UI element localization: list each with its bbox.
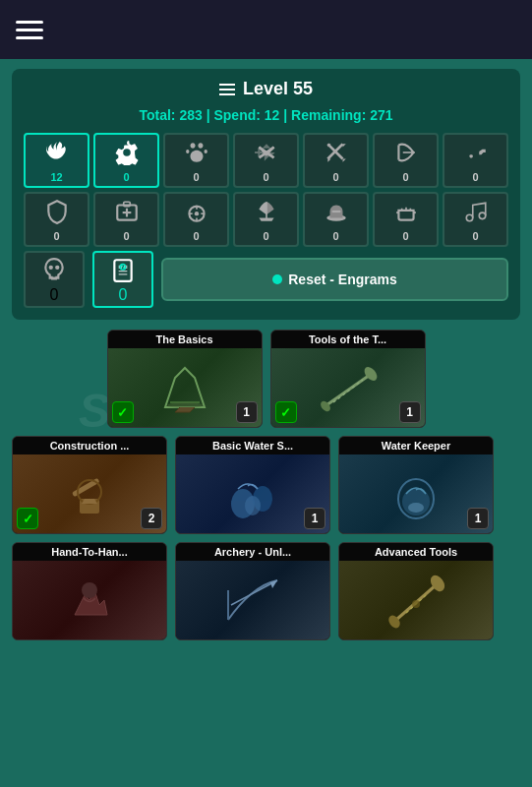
skill-shield-count: 0 <box>53 230 59 242</box>
pot-icon <box>393 199 419 228</box>
skill-paw[interactable]: 0 <box>163 133 229 188</box>
top-bar <box>0 0 532 59</box>
gear-icon <box>114 140 140 169</box>
reset-dot <box>272 274 282 284</box>
engram-construction[interactable]: Construction ... ✓ 2 <box>12 436 167 534</box>
engram-water-keeper-image: 1 <box>339 454 493 533</box>
skill-gun[interactable]: 0 <box>443 133 508 188</box>
skill-hat[interactable]: 0 <box>303 192 369 247</box>
svg-line-39 <box>324 373 373 407</box>
skill-campfire-count: 12 <box>50 171 62 183</box>
engram-water-keeper-title: Water Keeper <box>339 437 493 454</box>
engram-hand-combat[interactable]: Hand-To-Han... <box>12 542 167 640</box>
shield-icon <box>44 199 70 228</box>
svg-point-17 <box>194 212 198 215</box>
engram-tools-image: ✓ 1 <box>271 348 425 427</box>
bow-icon <box>393 140 419 169</box>
engram-basics-count: 1 <box>236 401 258 423</box>
skill-cross[interactable]: 0 <box>233 133 299 188</box>
engram-basics-title: The Basics <box>108 331 262 348</box>
skill-paw-count: 0 <box>193 171 199 183</box>
gun-icon <box>463 140 489 169</box>
svg-marker-6 <box>327 159 330 162</box>
card-icon <box>110 257 136 286</box>
engram-basics[interactable]: The Basics ✓ 1 <box>107 330 263 428</box>
skill-shield[interactable]: 0 <box>24 192 89 247</box>
svg-point-30 <box>466 214 473 221</box>
skill-cross-count: 0 <box>263 171 268 183</box>
panel-title: Level 55 <box>24 79 508 99</box>
skill-card[interactable]: 0 <box>92 251 153 308</box>
engrams-section: The Basics ✓ 1 Tools of the T... <box>0 330 532 640</box>
skill-bow[interactable]: 0 <box>373 133 439 188</box>
skill-wheel[interactable]: 0 <box>163 192 229 247</box>
skill-skull[interactable]: 0 <box>24 251 85 308</box>
svg-point-51 <box>408 503 424 513</box>
svg-rect-34 <box>114 260 131 281</box>
engram-tools[interactable]: Tools of the T... ✓ 1 <box>270 330 426 428</box>
skill-bow-count: 0 <box>402 171 408 183</box>
engram-construction-image: ✓ 2 <box>13 454 166 533</box>
stats-row: Total: 283 | Spend: 12 | Remaining: 271 <box>24 107 508 123</box>
skill-card-count: 0 <box>119 286 128 304</box>
engram-advanced-tools[interactable]: Advanced Tools <box>338 542 494 640</box>
skill-swords[interactable]: 0 <box>303 133 369 188</box>
skill-grid-row2: 0 0 0 0 0 <box>24 192 508 247</box>
skill-campfire[interactable]: 12 <box>24 133 89 188</box>
skill-gun-count: 0 <box>472 171 478 183</box>
svg-point-59 <box>412 600 420 608</box>
engram-water-survival-count: 1 <box>304 508 325 529</box>
skill-pot-count: 0 <box>402 230 408 242</box>
svg-point-33 <box>55 266 59 270</box>
engrams-row3: Hand-To-Han... Archery - Unl... <box>12 542 520 640</box>
engram-water-survival-image: 1 <box>176 454 329 533</box>
reset-button[interactable]: Reset - Engrams <box>161 258 508 301</box>
campfire-icon <box>44 140 70 169</box>
hat-icon <box>324 199 349 228</box>
svg-point-52 <box>82 582 97 598</box>
skill-grid-row1: 12 0 0 0 0 <box>24 133 508 188</box>
svg-point-32 <box>49 266 53 270</box>
engram-advanced-tools-title: Advanced Tools <box>339 543 493 561</box>
skill-row3: 0 0 Reset - Engrams <box>24 251 508 308</box>
svg-rect-24 <box>331 211 340 212</box>
skill-music[interactable]: 0 <box>443 192 508 247</box>
engram-water-survival-title: Basic Water S... <box>176 437 329 454</box>
skill-gear[interactable]: 0 <box>93 133 159 188</box>
engram-tools-title: Tools of the T... <box>271 331 425 348</box>
svg-marker-5 <box>342 144 345 147</box>
svg-point-31 <box>479 212 486 219</box>
engram-basics-image: ✓ 1 <box>108 348 262 427</box>
skills-panel: Level 55 Total: 283 | Spend: 12 | Remain… <box>12 69 520 320</box>
paw-icon <box>184 140 209 169</box>
engram-archery[interactable]: Archery - Unl... <box>175 542 330 640</box>
engram-construction-count: 2 <box>141 508 162 529</box>
skill-pot[interactable]: 0 <box>373 192 439 247</box>
engrams-row1: The Basics ✓ 1 Tools of the T... <box>12 330 520 428</box>
level-label: Level 55 <box>243 79 313 99</box>
engram-hand-combat-image <box>13 561 166 639</box>
skull-icon <box>41 257 67 286</box>
svg-line-54 <box>231 580 277 605</box>
engram-basics-check: ✓ <box>112 401 134 423</box>
skill-gear-count: 0 <box>123 171 129 183</box>
menu-button[interactable] <box>16 21 43 39</box>
engram-water-keeper-count: 1 <box>467 508 489 529</box>
swords-icon <box>324 140 349 169</box>
skill-medkit[interactable]: 0 <box>93 192 159 247</box>
skill-hat-count: 0 <box>332 230 338 242</box>
medkit-icon <box>114 199 140 228</box>
skill-music-count: 0 <box>472 230 478 242</box>
engram-water-keeper[interactable]: Water Keeper 1 <box>338 436 494 534</box>
engram-water-survival[interactable]: Basic Water S... 1 <box>175 436 330 534</box>
wheel-icon <box>184 199 209 228</box>
skill-sail[interactable]: 0 <box>233 192 299 247</box>
list-icon <box>219 84 235 95</box>
engram-archery-title: Archery - Unl... <box>176 543 329 561</box>
sail-icon <box>254 199 279 228</box>
skill-medkit-count: 0 <box>123 230 129 242</box>
engram-construction-check: ✓ <box>17 508 38 529</box>
cross-icon <box>254 140 279 169</box>
svg-point-48 <box>245 496 261 515</box>
skill-swords-count: 0 <box>332 171 338 183</box>
